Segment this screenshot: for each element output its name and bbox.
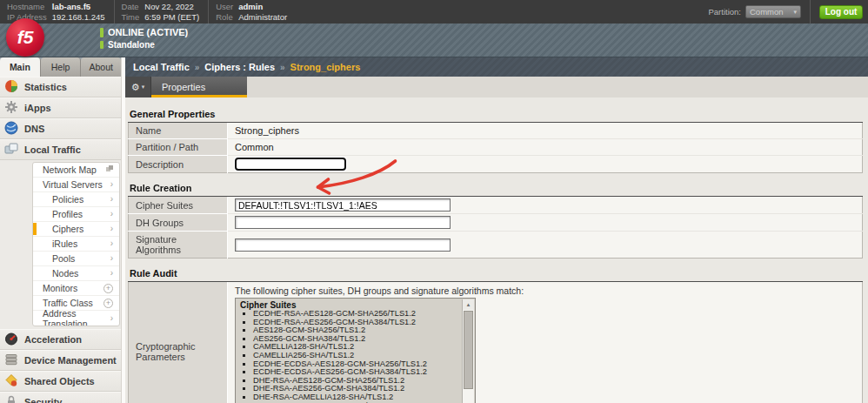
scroll-up-icon[interactable]: ▲ bbox=[463, 299, 474, 310]
description-input[interactable] bbox=[235, 158, 346, 171]
section-title-rule-creation: Rule Creation bbox=[128, 183, 863, 197]
scrollbar[interactable]: ▲ ▼ bbox=[462, 299, 474, 403]
chevron-right-icon: › bbox=[110, 269, 113, 278]
breadcrumb-local-traffic[interactable]: Local Traffic bbox=[133, 62, 190, 72]
submenu-item-network-map[interactable]: Network Map bbox=[33, 163, 119, 178]
tab-main[interactable]: Main bbox=[0, 57, 41, 77]
sidebar-item-shared-objects[interactable]: Shared Objects bbox=[0, 371, 121, 392]
sidebar-item-local-traffic[interactable]: Local Traffic bbox=[0, 139, 121, 160]
chevron-right-icon: › bbox=[110, 239, 113, 248]
table-row: Partition / Path Common bbox=[129, 139, 863, 156]
partition-label: Partition: bbox=[709, 7, 742, 17]
sidebar-item-acceleration[interactable]: Acceleration bbox=[0, 329, 121, 350]
status-online: ONLINE (ACTIVE) bbox=[108, 27, 188, 37]
section-title-rule-audit: Rule Audit bbox=[128, 268, 863, 282]
submenu-item-nodes[interactable]: Nodes › bbox=[33, 266, 119, 281]
sidebar-item-device-management[interactable]: Device Management bbox=[0, 350, 121, 371]
submenu-label: Profiles bbox=[52, 209, 83, 219]
plus-circle-icon[interactable]: + bbox=[103, 284, 113, 293]
logout-button[interactable]: Log out bbox=[819, 5, 863, 19]
table-row: Cryptographic Parameters The following c… bbox=[129, 282, 863, 403]
dh-groups-input[interactable] bbox=[235, 216, 451, 229]
date-label: Date bbox=[122, 3, 140, 12]
user-info-group: User Role admin Administrator bbox=[209, 0, 296, 24]
submenu-item-virtual-servers[interactable]: Virtual Servers › bbox=[33, 178, 119, 192]
submenu-label: iRules bbox=[52, 238, 77, 249]
lock-icon bbox=[4, 394, 18, 403]
breadcrumb-current-page: Strong_ciphers bbox=[290, 62, 361, 72]
signature-algorithms-label: Signature Algorithms bbox=[129, 232, 228, 259]
network-map-icon bbox=[106, 165, 113, 174]
sidebar-item-label: DNS bbox=[24, 124, 44, 134]
tab-properties[interactable]: Properties bbox=[151, 77, 247, 97]
main-panel: Local Traffic » Ciphers : Rules » Strong… bbox=[125, 57, 868, 403]
role-value: Administrator bbox=[238, 13, 287, 23]
partition-select[interactable]: Common ▾ bbox=[745, 5, 801, 18]
gear-icon: ⚙ bbox=[131, 82, 140, 93]
sidebar-item-label: Statistics bbox=[24, 82, 67, 92]
partition-path-value: Common bbox=[228, 139, 863, 156]
top-info-bar: Hostname IP Address lab-ans.f5 192.168.1… bbox=[0, 0, 868, 24]
breadcrumb-separator: » bbox=[280, 63, 285, 72]
globe-icon bbox=[4, 121, 18, 137]
signature-algorithms-input[interactable] bbox=[235, 238, 451, 252]
page-tabstrip: ⚙ ▾ Properties bbox=[125, 77, 868, 97]
sidebar-item-label: Local Traffic bbox=[24, 144, 81, 155]
scrollbar-thumb[interactable] bbox=[464, 311, 473, 389]
sidebar-tabs: Main Help About bbox=[0, 57, 121, 77]
name-value: Strong_ciphers bbox=[228, 123, 863, 139]
divider bbox=[810, 0, 811, 24]
submenu-item-policies[interactable]: Policies › bbox=[33, 192, 119, 207]
submenu-item-ciphers[interactable]: Ciphers › bbox=[33, 222, 119, 237]
chevron-right-icon: › bbox=[110, 210, 113, 218]
submenu-item-profiles[interactable]: Profiles › bbox=[33, 207, 119, 222]
status-standalone: Standalone bbox=[108, 40, 155, 50]
submenu-item-monitors[interactable]: Monitors + bbox=[33, 281, 119, 296]
chevron-right-icon: › bbox=[110, 180, 113, 189]
sidebar-item-statistics[interactable]: Statistics bbox=[0, 77, 121, 97]
time-value: 6:59 PM (EET) bbox=[144, 13, 199, 23]
submenu-label: Policies bbox=[52, 194, 83, 205]
submenu-item-address-translation[interactable]: Address Translation › bbox=[33, 311, 119, 326]
cipher-suites-input[interactable] bbox=[235, 198, 451, 212]
submenu-label: Virtual Servers bbox=[43, 179, 103, 190]
gear-icon bbox=[4, 100, 18, 116]
cipher-results-scrollbox[interactable]: Cipher Suites ECDHE-RSA-AES128-GCM-SHA25… bbox=[235, 298, 476, 403]
section-title-general-properties: General Properties bbox=[128, 109, 863, 123]
sidebar-item-dns[interactable]: DNS bbox=[0, 118, 121, 139]
cipher-suites-list: ECDHE-RSA-AES128-GCM-SHA256/TLS1.2ECDHE-… bbox=[240, 310, 459, 403]
table-row: DH Groups bbox=[129, 214, 863, 232]
plus-circle-icon[interactable]: + bbox=[103, 299, 113, 308]
time-label: Time bbox=[122, 13, 140, 23]
sidebar-item-label: Acceleration bbox=[24, 334, 82, 345]
chevron-right-icon: › bbox=[110, 195, 113, 204]
audit-intro-text: The following cipher suites, DH groups a… bbox=[235, 285, 855, 298]
hostname-value: lab-ans.f5 bbox=[52, 3, 105, 12]
tab-about[interactable]: About bbox=[81, 57, 121, 77]
description-label: Description bbox=[129, 156, 228, 173]
date-value: Nov 22, 2022 bbox=[144, 3, 199, 12]
sidebar-item-security[interactable]: Security bbox=[0, 392, 121, 403]
chevron-right-icon: › bbox=[110, 225, 113, 233]
chevron-right-icon: › bbox=[110, 254, 113, 263]
table-row: Cipher Suites bbox=[129, 197, 863, 214]
local-traffic-icon bbox=[4, 142, 18, 158]
submenu-label: Nodes bbox=[52, 268, 78, 279]
sidebar: Main Help About Statistics iApps DNS Loc… bbox=[0, 57, 122, 403]
submenu-item-irules[interactable]: iRules › bbox=[33, 237, 119, 252]
submenu-item-pools[interactable]: Pools › bbox=[33, 252, 119, 266]
brand-bar: f5 ONLINE (ACTIVE) Standalone bbox=[0, 24, 868, 57]
sidebar-item-label: Security bbox=[24, 397, 62, 403]
sidebar-item-iapps[interactable]: iApps bbox=[0, 97, 121, 118]
cipher-suites-label: Cipher Suites bbox=[129, 197, 228, 214]
hostname-label: Hostname bbox=[7, 3, 47, 12]
tab-help[interactable]: Help bbox=[41, 57, 82, 77]
table-row: Name Strong_ciphers bbox=[129, 123, 863, 139]
breadcrumb-ciphers-rules[interactable]: Ciphers : Rules bbox=[204, 62, 275, 72]
sidebar-item-label: iApps bbox=[24, 103, 51, 113]
options-gear-button[interactable]: ⚙ ▾ bbox=[125, 77, 151, 97]
submenu-label: Network Map bbox=[43, 165, 97, 175]
pie-chart-icon bbox=[4, 79, 18, 95]
ip-value: 192.168.1.245 bbox=[52, 13, 105, 23]
dh-groups-label: DH Groups bbox=[129, 214, 228, 232]
